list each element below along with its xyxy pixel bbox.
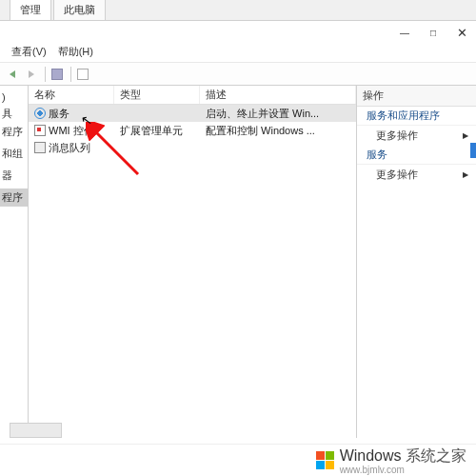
column-type[interactable]: 类型 bbox=[114, 86, 200, 104]
actions-pane: 操作 服务和应用程序 更多操作 ▶ 服务 更多操作 ▶ bbox=[357, 86, 476, 438]
window-controls: — □ ✕ bbox=[390, 23, 476, 42]
back-button[interactable] bbox=[4, 66, 21, 83]
list-item-msmq[interactable]: 消息队列 bbox=[29, 139, 356, 156]
properties-icon bbox=[77, 69, 89, 80]
action-more-2[interactable]: 更多操作 ▶ bbox=[357, 165, 476, 185]
watermark-tag: 系统之家 bbox=[406, 447, 466, 464]
maximize-button[interactable]: □ bbox=[419, 23, 447, 42]
toolbar-separator bbox=[45, 67, 46, 82]
watermark-footer: Windows 系统之家 www.bjmlv.com bbox=[0, 444, 476, 476]
watermark-url: www.bjmlv.com bbox=[340, 465, 466, 475]
tree-node[interactable]: 程序 bbox=[0, 188, 28, 207]
view-mode-button[interactable] bbox=[49, 66, 66, 83]
list-header: 名称 类型 描述 bbox=[29, 86, 356, 105]
arrow-forward-icon bbox=[29, 70, 34, 78]
tree-node[interactable]: 程序 bbox=[0, 123, 28, 141]
list-item-label: WMI 控件 bbox=[49, 124, 94, 138]
bg-tab-thispc[interactable]: 此电脑 bbox=[53, 0, 106, 20]
action-item-label: 更多操作 bbox=[376, 168, 418, 182]
bottom-tab-strip bbox=[10, 423, 62, 438]
windows-logo-icon bbox=[316, 451, 334, 469]
minimize-button[interactable]: — bbox=[390, 23, 419, 42]
tree-node[interactable]: 和组 bbox=[0, 145, 28, 163]
nav-tree[interactable]: ) 具 程序 和组 器 程序 bbox=[0, 86, 29, 438]
watermark-brand: Windows bbox=[340, 447, 402, 464]
tree-node[interactable]: 器 bbox=[0, 167, 28, 185]
forward-button[interactable] bbox=[23, 66, 40, 83]
list-item-label: 消息队列 bbox=[49, 141, 90, 155]
grid-icon bbox=[51, 69, 63, 80]
tree-node[interactable]: 具 bbox=[0, 105, 28, 123]
main-area: ) 具 程序 和组 器 程序 名称 类型 描述 服务 启动、终止并设置 Win.… bbox=[0, 86, 476, 438]
action-item-label: 更多操作 bbox=[376, 129, 418, 143]
menu-help[interactable]: 帮助(H) bbox=[52, 43, 99, 61]
list-item-desc: 配置和控制 Windows ... bbox=[200, 124, 356, 138]
action-section-apps: 服务和应用程序 bbox=[357, 107, 476, 126]
right-edge-selection bbox=[470, 143, 476, 158]
column-desc[interactable]: 描述 bbox=[200, 86, 356, 104]
list-item-services[interactable]: 服务 启动、终止并设置 Win... bbox=[29, 105, 356, 122]
wmi-icon bbox=[34, 125, 46, 136]
properties-button[interactable] bbox=[74, 66, 91, 83]
actions-title: 操作 bbox=[357, 86, 476, 107]
list-item-label: 服务 bbox=[49, 107, 69, 121]
column-name[interactable]: 名称 bbox=[29, 86, 114, 104]
list-body: 服务 启动、终止并设置 Win... WMI 控件 扩展管理单元 配置和控制 W… bbox=[29, 105, 356, 438]
menubar: 查看(V) 帮助(H) bbox=[0, 42, 476, 63]
tree-node[interactable]: ) bbox=[0, 89, 28, 105]
toolbar-separator-2 bbox=[70, 67, 71, 82]
arrow-back-icon bbox=[10, 70, 15, 78]
list-pane: 名称 类型 描述 服务 启动、终止并设置 Win... WMI 控件 扩展管理单… bbox=[29, 86, 357, 438]
list-item-desc: 启动、终止并设置 Win... bbox=[200, 107, 356, 121]
gear-icon bbox=[34, 108, 46, 119]
action-section-services: 服务 bbox=[357, 146, 476, 165]
bg-tab-manage[interactable]: 管理 bbox=[10, 0, 51, 20]
menu-view[interactable]: 查看(V) bbox=[6, 43, 52, 61]
bg-tabstrip: 管理 此电脑 bbox=[0, 0, 476, 21]
action-more-1[interactable]: 更多操作 ▶ bbox=[357, 126, 476, 146]
toolbar bbox=[0, 63, 476, 86]
chevron-right-icon: ▶ bbox=[463, 131, 468, 140]
list-item-type: 扩展管理单元 bbox=[114, 124, 200, 138]
message-queue-icon bbox=[34, 142, 46, 153]
close-button[interactable]: ✕ bbox=[447, 23, 476, 42]
chevron-right-icon: ▶ bbox=[463, 170, 468, 179]
list-item-wmi[interactable]: WMI 控件 扩展管理单元 配置和控制 Windows ... bbox=[29, 122, 356, 139]
